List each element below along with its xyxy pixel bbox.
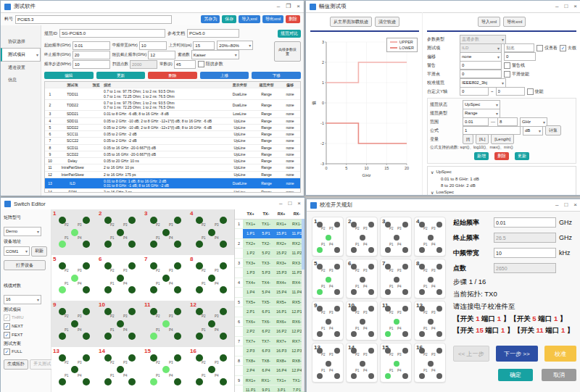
table-row[interactable]: 14FOM2 to 16 GHz: 2 psUpLineRangenone [45,189,300,193]
offset-value-input[interactable] [504,52,536,61]
smooth-enable-checkbox[interactable]: 平滑使能 [504,71,529,78]
center-dot[interactable] [360,235,365,241]
port-row[interactable]: 2.P36.P316.P312.P3 [235,346,304,356]
maximize-icon[interactable]: □ [564,199,568,211]
close-icon[interactable]: × [297,198,301,209]
table-row[interactable]: 8SCD110.05 to 16 GHz: -20-0.667*(f) dBUp… [45,145,300,151]
minimize-icon[interactable]: – [277,1,280,12]
port-p4-dot[interactable] [334,247,340,253]
port-row[interactable]: 2.P26.P216.P212.P2 [235,327,304,337]
center-dot[interactable] [428,319,434,325]
center-dot[interactable] [428,235,434,241]
port-row[interactable]: 2.P46.P416.P412.P4 [235,366,304,376]
advanced-params-button[interactable]: 高级参数设置 [274,41,301,62]
port-p1-dot[interactable] [419,331,425,337]
y-max-input[interactable] [496,87,525,96]
sidebar-item-1[interactable]: 测试项目 [1,48,41,62]
matrix-cell-14[interactable]: 14P2P3P1P4 [346,343,378,383]
port-p4-dot[interactable] [368,247,374,253]
port-p1-dot[interactable] [317,373,323,379]
port-p4-dot[interactable] [334,289,340,295]
variable-chip-1[interactable]: [IL] [476,134,489,144]
close-icon[interactable]: × [573,199,577,211]
tree-expand-icon[interactable]: ∨ [431,170,434,175]
center-dot[interactable] [428,361,434,367]
matrix-cell-1[interactable]: 1P2P3P1P4 [51,209,97,255]
port-p3-dot[interactable] [220,262,227,270]
port-p3-dot[interactable] [436,222,442,228]
y-axis-enable-checkbox[interactable]: 使能 [527,88,544,95]
center-dot[interactable] [326,277,331,283]
close-icon[interactable]: × [297,1,300,12]
matrix-cell-2[interactable]: 2P2P3P1P4 [346,217,378,257]
port-p4-dot[interactable] [128,333,136,340]
port-p1-dot[interactable] [59,286,66,293]
center-dot[interactable] [208,366,215,373]
signal-row[interactable]: 4TX4+TX4-RX4+RX4- [235,278,304,288]
port-p4-dot[interactable] [368,331,374,337]
port-p1-dot[interactable] [419,289,425,295]
center-dot[interactable] [117,366,124,373]
table-action-2[interactable]: 删除 [148,72,197,79]
center-dot[interactable] [326,319,331,325]
center-dot[interactable] [326,235,331,241]
port-p3-dot[interactable] [220,217,227,224]
matrix-cell-10[interactable]: 10P2P3P1P4 [346,301,378,341]
signal-row[interactable]: 6TX6+TX6-RX6+RX6- [235,317,304,328]
table-row[interactable]: 2TDD220.7 to 1 ns: 97.75 Ohm; 1 to 2 ns:… [45,100,300,112]
port-p1-dot[interactable] [59,241,66,248]
toolbar-button-1[interactable]: 保存 [222,15,236,23]
param-input[interactable] [72,60,110,69]
matrix-cell-9[interactable]: 9P2P3P1P4 [312,301,344,341]
minimize-icon[interactable]: – [279,198,282,209]
signal-row[interactable]: 3TX3+TX3-RX3+RX3- [235,259,304,269]
add-button[interactable]: 新增 [474,152,489,160]
center-dot[interactable] [162,366,170,373]
alias-input[interactable] [504,43,534,52]
port-row[interactable]: 2.P16.P116.P112.P1 [235,307,304,317]
center-dot[interactable] [208,275,215,282]
port-p1-dot[interactable] [317,331,323,337]
matrix-cell-13[interactable]: 13P2P3P1P4 [51,347,97,392]
center-dot[interactable] [394,319,399,325]
port-row[interactable]: 1.P15.P115.P111.P1 [235,229,304,239]
center-dot[interactable] [428,277,434,283]
port-p1-dot[interactable] [419,247,425,253]
param-input[interactable] [72,41,110,50]
port-p1-dot[interactable] [351,247,357,253]
field-input-0[interactable] [494,217,556,228]
port-p3-dot[interactable] [368,222,374,228]
matrix-cell-6[interactable]: 6P2P3P1P4 [346,259,378,299]
port-p4-dot[interactable] [220,378,227,385]
port-p3-dot[interactable] [368,348,374,354]
matrix-cell-16[interactable]: 16P2P3P1P4 [414,343,446,383]
port-p1-dot[interactable] [196,241,203,248]
matrix-cell-14[interactable]: 14P2P3P1P4 [97,347,143,392]
table-row[interactable]: 1TDD110.7 to 1 ns: 97.75 Ohm; 1 to 2 ns:… [45,88,300,100]
table-action-4[interactable]: 下移 [252,72,301,79]
cal-spec-select[interactable]: IEEE802_3bj [460,78,506,88]
port-p3-dot[interactable] [402,222,408,228]
port-p3-dot[interactable] [368,306,374,312]
port-p4-dot[interactable] [220,333,227,340]
port-p1-dot[interactable] [196,286,203,293]
open-device-button[interactable]: 打开设备 [4,260,46,270]
cancel-button[interactable]: 取消 [542,369,576,381]
port-p3-dot[interactable] [402,264,408,270]
table-row[interactable]: 9SCD220.05 to 16 GHz: -20-0.667*(f) dBUp… [45,151,300,158]
table-action-0[interactable]: 编辑 [44,72,94,79]
port-p4-dot[interactable] [334,331,340,337]
center-dot[interactable] [71,320,78,328]
port-p3-dot[interactable] [128,217,136,224]
port-p1-dot[interactable] [150,286,157,293]
matrix-cell-5[interactable]: 5P2P3P1P4 [312,259,344,299]
port-p3-dot[interactable] [174,262,181,270]
port-p4-dot[interactable] [174,241,181,248]
port-p4-dot[interactable] [128,241,136,248]
port-p4-dot[interactable] [402,289,408,295]
signal-row[interactable]: 9RX1+RX1-TX1+TX1- [235,376,304,386]
maximize-icon[interactable]: □ [564,1,568,12]
maximize-icon[interactable]: ❐ [286,1,291,12]
port-p1-dot[interactable] [385,331,391,337]
port-p4-dot[interactable] [174,286,181,293]
